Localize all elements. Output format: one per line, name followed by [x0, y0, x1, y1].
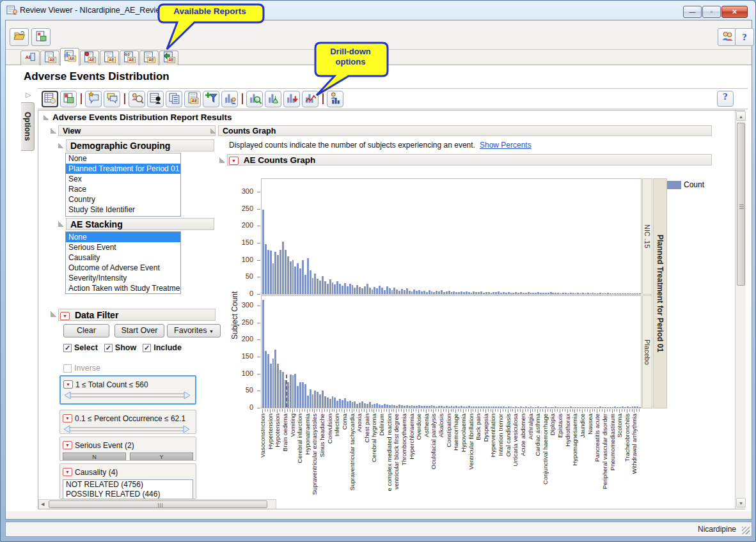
scroll-down-icon[interactable]: ▼	[736, 498, 746, 507]
select-checkbox[interactable]: ✓Select	[63, 343, 98, 352]
favorites-dropdown-button[interactable]: Favorites ▼	[167, 324, 221, 337]
ae-bar[interactable]	[599, 407, 601, 408]
ae-stacking-item[interactable]: Outcome of Adverse Event	[66, 263, 180, 273]
counts-graph-header[interactable]: Counts Graph	[218, 125, 712, 136]
ae-bar[interactable]	[550, 407, 552, 408]
ae-bar[interactable]	[294, 374, 296, 408]
ae-bar[interactable]	[297, 263, 299, 294]
ae-bar[interactable]	[290, 375, 292, 408]
ae-bar[interactable]	[567, 293, 569, 294]
ae-bar[interactable]	[396, 290, 398, 294]
ae-bar[interactable]	[347, 286, 349, 294]
causality-item[interactable]: NOT RELATED (4756)	[63, 480, 193, 490]
ae-bar[interactable]	[512, 407, 514, 408]
resize-grip[interactable]	[742, 527, 750, 534]
ae-bar[interactable]	[537, 292, 539, 294]
ae-bar[interactable]	[339, 399, 341, 408]
ae-stacking-item[interactable]: Serious Event	[66, 242, 180, 252]
ae-bar[interactable]	[622, 407, 624, 408]
ae-bar[interactable]	[535, 407, 537, 408]
ae-bar[interactable]	[332, 396, 334, 408]
ae-bar[interactable]	[478, 292, 480, 294]
ae-stacking-item[interactable]: Action Taken with Study Treatmer	[66, 283, 180, 293]
ae-bar[interactable]	[547, 407, 549, 408]
ae-bar[interactable]	[349, 401, 351, 408]
ae-bar[interactable]	[557, 407, 559, 408]
ae-bar[interactable]	[585, 407, 587, 408]
ae-bar[interactable]	[636, 407, 638, 408]
ae-bar[interactable]	[498, 407, 500, 408]
chart-arrow-button[interactable]	[283, 91, 300, 107]
collapse-triangle-icon[interactable]	[58, 221, 64, 227]
ae-bar[interactable]	[354, 401, 356, 408]
ae-bar[interactable]	[369, 402, 371, 408]
ae-bar[interactable]	[342, 400, 343, 408]
ae-bar[interactable]	[599, 293, 601, 294]
note-new-button[interactable]	[85, 91, 102, 107]
ae-bar[interactable]	[352, 402, 354, 408]
ae-bar[interactable]	[451, 292, 453, 294]
ae-bar[interactable]	[532, 407, 534, 408]
ae-bar[interactable]	[413, 290, 415, 294]
vertical-scrollbar-thumb[interactable]	[737, 123, 745, 286]
ae-bar[interactable]	[545, 293, 547, 294]
collapse-arrow-icon[interactable]: ▷	[26, 91, 31, 99]
ae-bar[interactable]	[411, 291, 413, 294]
ae-bar[interactable]	[270, 251, 272, 294]
ae-bar[interactable]	[274, 252, 276, 294]
ae-bar[interactable]	[523, 407, 524, 408]
ae-bar[interactable]	[374, 287, 375, 294]
ae-bar[interactable]	[267, 250, 269, 294]
ae-bar[interactable]	[446, 291, 448, 294]
ae-bar[interactable]	[505, 407, 507, 408]
collapse-triangle-icon[interactable]	[219, 157, 225, 163]
ae-bar[interactable]	[359, 403, 361, 408]
ae-bar[interactable]	[483, 407, 485, 408]
ae-bar[interactable]	[272, 359, 274, 408]
ae-document-button[interactable]: AE	[184, 91, 201, 107]
ae-bar[interactable]	[369, 288, 371, 294]
ae-bar[interactable]	[565, 407, 567, 408]
ae-bar[interactable]	[418, 405, 420, 408]
ae-bar[interactable]	[480, 291, 482, 294]
ae-bar[interactable]	[287, 256, 289, 294]
ae-bar[interactable]	[366, 284, 368, 294]
ae-bar[interactable]	[560, 293, 562, 294]
show-checkbox[interactable]: ✓Show	[104, 343, 136, 352]
ae-bar[interactable]	[592, 407, 594, 408]
ae-bar[interactable]	[579, 407, 581, 408]
ae-bar[interactable]	[406, 405, 408, 408]
ae-bar[interactable]	[376, 288, 378, 294]
ae-bar[interactable]	[560, 407, 562, 408]
ae-bar[interactable]	[448, 291, 450, 294]
ae-bar[interactable]	[379, 405, 381, 408]
ae-bar[interactable]	[517, 293, 519, 294]
ae-bar[interactable]	[386, 286, 388, 294]
ae-bar[interactable]	[267, 354, 269, 408]
ae-bar[interactable]	[503, 407, 505, 408]
filter-menu-button[interactable]: ▼	[63, 441, 72, 449]
ae-bar[interactable]	[327, 398, 329, 408]
ae-bar[interactable]	[265, 244, 267, 294]
ae-bar[interactable]	[485, 292, 487, 294]
ae-bar[interactable]	[594, 407, 596, 408]
causality-list[interactable]: NOT RELATED (4756)POSSIBLY RELATED (446)…	[63, 479, 193, 499]
ae-bar[interactable]	[374, 404, 375, 408]
close-button[interactable]: ✕	[721, 6, 748, 18]
ae-bar[interactable]	[523, 293, 524, 294]
ae-bar[interactable]	[491, 407, 492, 408]
demographic-grouping-item[interactable]: Sex	[66, 174, 180, 184]
ae-bar[interactable]	[508, 407, 510, 408]
ae-bar[interactable]	[612, 407, 614, 408]
ae-bar[interactable]	[590, 407, 592, 408]
ae-bar[interactable]	[310, 389, 311, 408]
ae-bar[interactable]	[317, 392, 319, 408]
ae-bar[interactable]	[329, 399, 331, 408]
ae-bar[interactable]	[604, 293, 606, 294]
ae-bar[interactable]	[495, 292, 497, 294]
ae-bar[interactable]	[468, 406, 470, 408]
ae-bar[interactable]	[607, 293, 609, 294]
collapse-triangle-icon[interactable]	[51, 311, 56, 317]
ae-bar[interactable]	[262, 210, 264, 294]
ae-bar[interactable]	[525, 407, 527, 408]
